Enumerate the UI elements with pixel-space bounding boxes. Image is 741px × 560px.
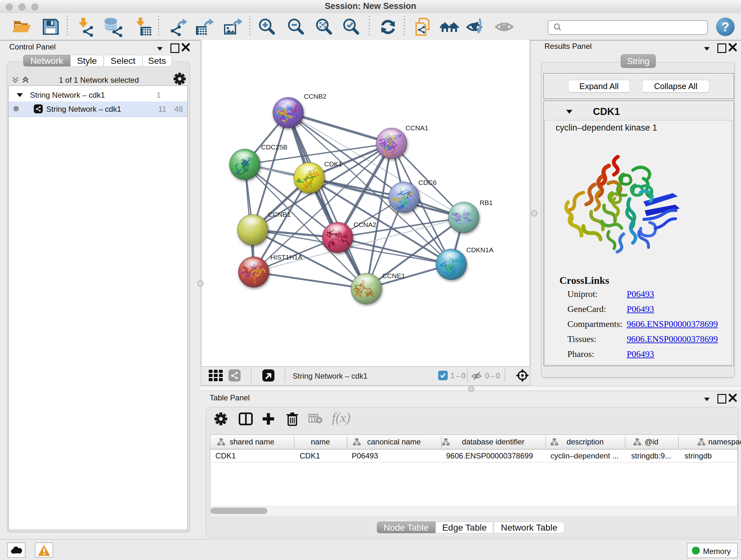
svg-text:HIST1H1A: HIST1H1A — [270, 253, 302, 261]
svg-text:CDC6: CDC6 — [418, 179, 436, 186]
svg-text:CDC25B: CDC25B — [261, 143, 287, 151]
svg-text:CDK1: CDK1 — [324, 160, 342, 168]
svg-text:CCNE1: CCNE1 — [382, 272, 405, 279]
svg-text:CCNA1: CCNA1 — [406, 124, 428, 132]
svg-text:CDKN1A: CDKN1A — [466, 246, 493, 253]
svg-text:CCNA2: CCNA2 — [354, 221, 376, 228]
svg-text:CCNB2: CCNB2 — [304, 92, 327, 100]
svg-text:CCNB1: CCNB1 — [268, 211, 291, 218]
svg-text:RB1: RB1 — [480, 199, 493, 206]
